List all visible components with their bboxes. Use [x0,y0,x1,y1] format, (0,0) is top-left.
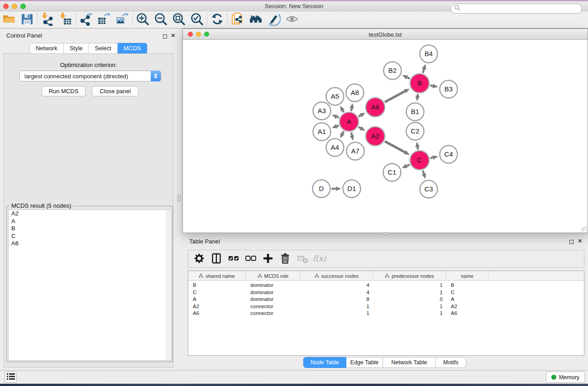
node-D1[interactable]: D1 [343,180,361,198]
column-selector-icon [210,253,222,266]
table-row-A6[interactable]: A6connector11A6 [188,310,584,317]
tree-icon [199,273,203,279]
mcds-result-item[interactable]: A2 [9,210,171,218]
network-resize-grip[interactable] [581,226,587,232]
delete-row-button[interactable] [278,252,292,266]
select-stepper-icon [151,71,161,81]
mcds-result-item[interactable]: A6 [9,240,171,248]
toolbar-separator [37,13,38,26]
tab-network[interactable]: Network [29,43,64,54]
mcds-result-list[interactable]: A2ABCA6 [8,210,172,361]
table-row-A[interactable]: Adominator80A [188,296,584,303]
node-C4[interactable]: C4 [440,146,458,163]
control-panel-title: Control Panel [6,32,42,39]
table-row-A2[interactable]: A2connector11A2 [188,303,584,310]
tab-mcds[interactable]: MCDS [118,43,147,54]
zoom-fit-button[interactable] [170,11,188,28]
node-B3[interactable]: B3 [440,81,458,98]
node-B4[interactable]: B4 [420,45,438,63]
node-A4[interactable]: A4 [326,139,344,157]
run-mcds-button[interactable]: Run MCDS [42,86,86,96]
network-window-titlebar[interactable]: testGlobe.txt [183,29,588,40]
table-settings-button[interactable] [192,252,206,266]
column-header-name[interactable]: name [446,271,488,281]
optimization-criterion-select[interactable]: largest connected component (directed) [19,71,161,81]
column-header-predecessor-nodes[interactable]: predecessor nodes [373,271,446,281]
export-image-button[interactable] [113,11,131,28]
vertical-divider-handle[interactable] [177,195,181,201]
node-C1[interactable]: C1 [383,164,401,181]
zoom-in-button[interactable] [134,11,152,28]
node-C[interactable]: C [410,151,429,170]
mcds-result-item[interactable]: C [9,233,171,240]
node-A8[interactable]: A8 [346,84,364,102]
close-panel-button[interactable]: Close panel [92,86,139,96]
tab-select[interactable]: Select [89,43,118,54]
horizontal-divider-handle[interactable] [382,232,387,235]
table-row-C[interactable]: Cdominator41C [188,289,584,296]
hide-annotations-button[interactable] [265,11,283,28]
column-header-successor-nodes[interactable]: successor nodes [301,271,373,281]
refresh-layout-icon [210,12,224,27]
svg-text:B1: B1 [411,108,419,115]
node-A2[interactable]: A2 [366,127,385,146]
node-A[interactable]: A [339,112,359,131]
node-B2[interactable]: B2 [384,62,402,80]
node-C2[interactable]: C2 [406,123,424,140]
table-row-B[interactable]: Bdominator41B [188,282,584,289]
export-network-button[interactable] [77,11,95,28]
home-button[interactable] [247,11,265,28]
delete-row-icon [279,253,291,266]
memory-button[interactable]: Memory [546,372,585,383]
mcds-result-item[interactable]: A [9,218,171,225]
save-session-button[interactable] [18,11,36,28]
toolbar-separator [227,13,228,26]
node-table-header: shared nameMCDS rolesuccessor nodesprede… [188,271,584,281]
control-panel-float-icon[interactable] [163,33,167,40]
tab-edge-table[interactable]: Edge Table [346,357,383,368]
node-A3[interactable]: A3 [313,102,331,120]
refresh-layout-button[interactable] [208,11,226,28]
import-table-button[interactable] [57,11,75,28]
column-selector-button[interactable] [209,252,224,266]
cell: 4 [301,282,373,289]
import-network-button[interactable] [38,11,57,28]
edge-B-B2 [407,77,410,79]
deselect-all-button[interactable] [244,252,258,266]
node-C3[interactable]: C3 [420,181,438,198]
export-table-button[interactable] [95,11,113,28]
network-canvas[interactable]: AA1A2A3A4A5A6A7A8BB1B2B3B4CC1C2C3C4DD1 [183,40,588,233]
add-row-button[interactable] [261,252,275,266]
task-history-button[interactable] [5,372,17,383]
svg-text:A: A [347,118,351,125]
memory-status-icon [551,375,556,380]
tab-motifs[interactable]: Motifs [436,357,466,368]
tab-network-table[interactable]: Network Table [383,357,436,368]
network-snapshot-button[interactable] [229,11,247,28]
node-B[interactable]: B [410,74,429,93]
node-A6[interactable]: A6 [366,98,385,117]
column-header-shared-name[interactable]: shared name [188,271,246,281]
node-A5[interactable]: A5 [326,88,344,105]
node-A7[interactable]: A7 [347,143,364,160]
edge-A-A7 [351,133,352,136]
table-settings-icon [193,253,205,266]
show-graphics-details-button[interactable] [283,11,301,28]
open-session-button[interactable] [0,11,18,28]
column-header-MCDS-role[interactable]: MCDS role [246,271,301,281]
node-A1[interactable]: A1 [313,123,331,141]
table-panel-float-icon[interactable] [569,238,574,245]
node-B1[interactable]: B1 [406,103,424,121]
mcds-result-item[interactable]: B [9,225,171,233]
tab-style[interactable]: Style [64,43,89,54]
network-view-window: testGlobe.txt AA1A2A3A4A5A6A7A8BB1B2B3B4… [182,29,588,233]
select-all-button[interactable] [226,252,241,266]
search-input[interactable] [450,4,582,14]
zoom-selected-button[interactable] [188,11,206,28]
node-D[interactable]: D [313,180,330,198]
tab-node-table[interactable]: Node Table [303,357,346,368]
table-panel-close-icon[interactable]: ✕ [578,239,583,243]
control-panel-close-icon[interactable]: ✕ [171,33,176,38]
mcds-result-scrollbar[interactable] [166,210,171,360]
zoom-out-button[interactable] [152,11,170,28]
